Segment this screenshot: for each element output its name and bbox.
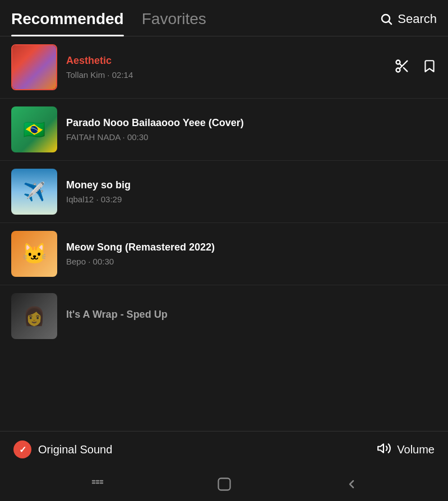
check-circle: ✓ xyxy=(13,440,31,458)
search-label: Search xyxy=(398,12,437,26)
song-subtitle: FAITAH NADA · 00:30 xyxy=(66,132,437,142)
song-info: Parado Nooo Bailaaooo Yeee (Cover) FAITA… xyxy=(66,117,437,142)
song-title: It's A Wrap - Sped Up xyxy=(66,309,437,321)
song-thumbnail: 👩 xyxy=(11,293,57,339)
song-title: Aesthetic xyxy=(66,55,394,67)
song-info: Money so big Iqbal12 · 03:29 xyxy=(66,179,437,204)
song-title: Meow Song (Remastered 2022) xyxy=(66,242,437,253)
volume-icon xyxy=(377,441,391,458)
song-item[interactable]: 🐱 Meow Song (Remastered 2022) Bepo · 00:… xyxy=(0,223,448,285)
back-button[interactable] xyxy=(345,477,358,491)
song-subtitle: Bepo · 00:30 xyxy=(66,257,437,266)
song-item[interactable]: ✈️ Money so big Iqbal12 · 03:29 xyxy=(0,161,448,223)
svg-marker-7 xyxy=(378,444,384,452)
song-actions xyxy=(394,58,437,76)
search-icon xyxy=(380,12,393,26)
home-button[interactable] xyxy=(216,476,232,492)
song-info: Aesthetic Tollan Kim · 02:14 xyxy=(66,55,394,80)
song-item[interactable]: 🇧🇷 Parado Nooo Bailaaooo Yeee (Cover) FA… xyxy=(0,99,448,161)
song-thumbnail xyxy=(11,44,57,90)
song-info: It's A Wrap - Sped Up xyxy=(66,309,437,324)
volume-label: Volume xyxy=(397,443,435,456)
song-item[interactable]: Aesthetic Tollan Kim · 02:14 xyxy=(0,36,448,99)
song-info: Meow Song (Remastered 2022) Bepo · 00:30 xyxy=(66,242,437,266)
song-thumbnail: ✈️ xyxy=(11,169,57,215)
header: Recommended Favorites Search xyxy=(0,0,448,36)
cut-icon[interactable] xyxy=(394,58,410,76)
song-thumbnail: 🇧🇷 xyxy=(11,106,57,152)
svg-line-5 xyxy=(404,68,407,71)
song-thumbnail: 🐱 xyxy=(11,231,57,277)
svg-line-6 xyxy=(399,63,402,66)
original-sound-label: Original Sound xyxy=(38,443,112,456)
song-subtitle: Tollan Kim · 02:14 xyxy=(66,70,394,80)
tab-favorites[interactable]: Favorites xyxy=(142,10,206,36)
original-sound-control[interactable]: ✓ Original Sound xyxy=(13,440,112,458)
song-item[interactable]: 👩 It's A Wrap - Sped Up xyxy=(0,285,448,347)
tab-recommended[interactable]: Recommended xyxy=(11,10,124,36)
checkmark-icon: ✓ xyxy=(19,444,26,455)
bottom-bar: ✓ Original Sound Volume xyxy=(0,431,448,467)
nav-bar xyxy=(0,467,448,501)
svg-rect-14 xyxy=(218,479,230,490)
bookmark-icon[interactable] xyxy=(422,59,437,76)
svg-line-1 xyxy=(389,22,391,24)
search-button[interactable]: Search xyxy=(380,12,437,34)
song-list: Aesthetic Tollan Kim · 02:14 xyxy=(0,36,448,347)
volume-control[interactable]: Volume xyxy=(377,441,435,458)
song-title: Money so big xyxy=(66,179,437,191)
song-subtitle: Iqbal12 · 03:29 xyxy=(66,194,437,204)
song-title: Parado Nooo Bailaaooo Yeee (Cover) xyxy=(66,117,437,129)
recent-apps-button[interactable] xyxy=(90,477,104,491)
